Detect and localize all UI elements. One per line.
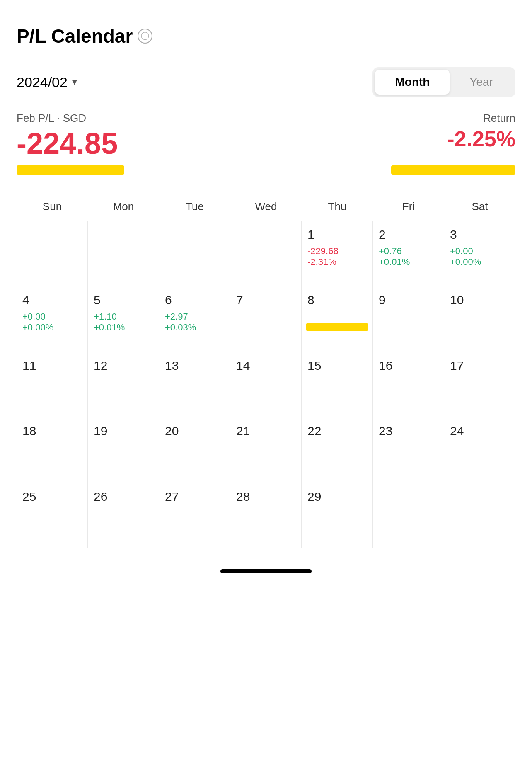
calendar-cell[interactable]: 13 xyxy=(159,352,230,417)
return-value: -2.25% xyxy=(447,126,515,151)
calendar-cell[interactable]: 12 xyxy=(88,352,159,417)
calendar-cell[interactable]: 2+0.76+0.01% xyxy=(373,221,444,286)
calendar-cell xyxy=(17,221,88,286)
calendar-date-number: 17 xyxy=(450,359,510,373)
calendar-date-number: 13 xyxy=(165,359,224,373)
calendar-cell[interactable]: 22 xyxy=(302,417,373,483)
calendar-cell xyxy=(373,483,444,548)
calendar-date-number: 4 xyxy=(22,293,82,307)
calendar-date-number: 3 xyxy=(450,228,510,242)
calendar-cell[interactable]: 14 xyxy=(230,352,302,417)
month-view-button[interactable]: Month xyxy=(375,70,450,95)
calendar-cell[interactable]: 28 xyxy=(230,483,302,548)
year-view-button[interactable]: Year xyxy=(450,70,513,95)
calendar-return-value: +0.01% xyxy=(379,257,438,267)
calendar-header-day: Fri xyxy=(373,193,444,221)
calendar-date-number: 8 xyxy=(307,293,367,307)
calendar-cell[interactable]: 15 xyxy=(302,352,373,417)
calendar-date-number: 29 xyxy=(307,490,367,504)
calendar-date-number: 27 xyxy=(165,490,224,504)
summary-values-row: -224.85 -2.25% xyxy=(17,126,515,160)
calendar-cell[interactable]: 17 xyxy=(444,352,515,417)
highlight-bars-row xyxy=(17,165,515,181)
calendar-cell[interactable]: 29 xyxy=(302,483,373,548)
date-highlight-bar xyxy=(306,323,368,331)
calendar-cell[interactable]: 25 xyxy=(17,483,88,548)
calendar-date-number: 25 xyxy=(22,490,82,504)
calendar-header-day: Sat xyxy=(444,193,515,221)
return-label: Return xyxy=(483,112,515,125)
calendar-date-number: 14 xyxy=(236,359,295,373)
calendar-cell[interactable]: 23 xyxy=(373,417,444,483)
calendar-cell[interactable]: 6+2.97+0.03% xyxy=(159,286,230,352)
calendar-cell[interactable]: 19 xyxy=(88,417,159,483)
calendar-date-number: 11 xyxy=(22,359,82,373)
calendar-return-value: +0.01% xyxy=(94,322,153,333)
page-title-row: P/L Calendar ⓘ xyxy=(17,25,515,47)
calendar-cell xyxy=(159,221,230,286)
calendar-cell[interactable]: 10 xyxy=(444,286,515,352)
calendar-cell[interactable]: 3+0.00+0.00% xyxy=(444,221,515,286)
current-date: 2024/02 xyxy=(17,74,68,90)
calendar-cell[interactable]: 27 xyxy=(159,483,230,548)
calendar-date-number: 12 xyxy=(94,359,153,373)
calendar-cell xyxy=(230,221,302,286)
calendar-date-number: 2 xyxy=(379,228,438,242)
calendar-date-number: 23 xyxy=(379,424,438,438)
pl-label: Feb P/L · SGD xyxy=(17,112,86,125)
calendar-cell[interactable]: 8 xyxy=(302,286,373,352)
calendar-cell xyxy=(88,221,159,286)
calendar-cell[interactable]: 7 xyxy=(230,286,302,352)
calendar-cell[interactable]: 1-229.68-2.31% xyxy=(302,221,373,286)
summary-labels-row: Feb P/L · SGD Return xyxy=(17,112,515,125)
calendar-date-number: 26 xyxy=(94,490,153,504)
calendar-return-value: +0.00% xyxy=(22,322,82,333)
date-selector[interactable]: 2024/02 ▼ xyxy=(17,74,79,90)
calendar-pl-value: +1.10 xyxy=(94,311,153,322)
calendar-header-day: Wed xyxy=(230,193,302,221)
calendar-cell[interactable]: 21 xyxy=(230,417,302,483)
calendar-pl-value: -229.68 xyxy=(307,246,367,257)
calendar-header: SunMonTueWedThuFriSat xyxy=(17,193,515,221)
calendar-date-number: 16 xyxy=(379,359,438,373)
calendar-date-number: 5 xyxy=(94,293,153,307)
pl-value: -224.85 xyxy=(17,126,118,160)
calendar-header-day: Mon xyxy=(88,193,159,221)
calendar-cell[interactable]: 4+0.00+0.00% xyxy=(17,286,88,352)
calendar-date-number: 20 xyxy=(165,424,224,438)
calendar-return-value: +0.03% xyxy=(165,322,224,333)
pl-highlight-bar xyxy=(17,165,124,175)
calendar-date-number: 18 xyxy=(22,424,82,438)
controls-row: 2024/02 ▼ Month Year xyxy=(17,67,515,97)
calendar-date-number: 10 xyxy=(450,293,510,307)
calendar-date-number: 22 xyxy=(307,424,367,438)
view-toggle: Month Year xyxy=(372,67,515,97)
calendar-cell[interactable]: 5+1.10+0.01% xyxy=(88,286,159,352)
calendar-return-value: +0.00% xyxy=(450,257,510,267)
calendar-pl-value: +0.76 xyxy=(379,246,438,257)
calendar-pl-value: +0.00 xyxy=(22,311,82,322)
info-icon[interactable]: ⓘ xyxy=(138,29,152,44)
calendar-date-number: 15 xyxy=(307,359,367,373)
calendar-cell[interactable]: 11 xyxy=(17,352,88,417)
page-title: P/L Calendar xyxy=(17,25,133,47)
calendar-date-number: 24 xyxy=(450,424,510,438)
calendar-date-number: 21 xyxy=(236,424,295,438)
calendar-cell[interactable]: 16 xyxy=(373,352,444,417)
calendar-date-number: 6 xyxy=(165,293,224,307)
calendar-date-number: 19 xyxy=(94,424,153,438)
calendar-date-number: 1 xyxy=(307,228,367,242)
home-indicator xyxy=(220,569,312,573)
calendar-cell[interactable]: 9 xyxy=(373,286,444,352)
calendar-grid: 1-229.68-2.31%2+0.76+0.01%3+0.00+0.00%4+… xyxy=(17,221,515,548)
calendar-cell xyxy=(444,483,515,548)
calendar-cell[interactable]: 24 xyxy=(444,417,515,483)
calendar-date-number: 28 xyxy=(236,490,295,504)
calendar-cell[interactable]: 26 xyxy=(88,483,159,548)
calendar-header-day: Thu xyxy=(302,193,373,221)
calendar-cell[interactable]: 20 xyxy=(159,417,230,483)
calendar-header-day: Tue xyxy=(159,193,230,221)
calendar-return-value: -2.31% xyxy=(307,257,367,267)
calendar-date-number: 9 xyxy=(379,293,438,307)
calendar-cell[interactable]: 18 xyxy=(17,417,88,483)
